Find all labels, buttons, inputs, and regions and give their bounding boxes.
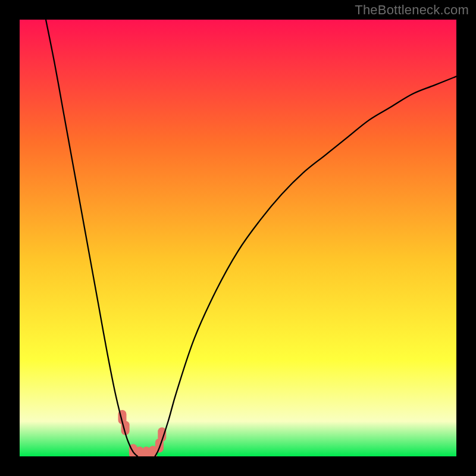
outer-frame: TheBottleneck.com xyxy=(0,0,476,476)
watermark-text: TheBottleneck.com xyxy=(355,2,469,18)
gradient-background xyxy=(20,20,456,456)
plot-area xyxy=(20,20,456,456)
plot-svg xyxy=(20,20,456,456)
